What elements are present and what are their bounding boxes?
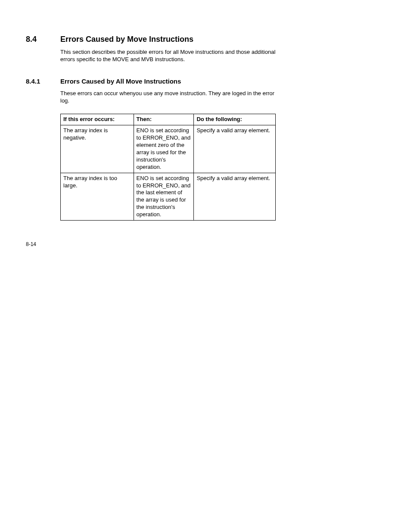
table-cell: The array index is negative. (61, 125, 134, 173)
subsection-number: 8.4.1 (26, 77, 60, 86)
section-heading-row: 8.4 Errors Caused by Move Instructions (26, 34, 385, 44)
table-cell: Specify a valid array element. (194, 125, 276, 173)
page-number: 8-14 (26, 241, 36, 248)
table-cell: Specify a valid array element. (194, 173, 276, 220)
document-page: 8.4 Errors Caused by Move Instructions T… (0, 0, 411, 532)
subsection-heading-row: 8.4.1 Errors Caused by All Move Instruct… (26, 77, 385, 86)
table-header-row: If this error occurs: Then: Do the follo… (61, 114, 276, 125)
table-cell: ENO is set according to ERROR_ENO, and t… (134, 173, 194, 220)
table-header-cell: Then: (134, 114, 194, 125)
table-cell: The array index is too large. (61, 173, 134, 220)
table-header-cell: Do the following: (194, 114, 276, 125)
table-row: The array index is too large. ENO is set… (61, 173, 276, 220)
subsection-title: Errors Caused by All Move Instructions (60, 77, 181, 86)
error-table: If this error occurs: Then: Do the follo… (60, 114, 276, 221)
table-row: The array index is negative. ENO is set … (61, 125, 276, 173)
section-title: Errors Caused by Move Instructions (60, 34, 193, 44)
table-header-cell: If this error occurs: (61, 114, 134, 125)
table-cell: ENO is set according to ERROR_ENO, and e… (134, 125, 194, 173)
section-intro-paragraph: This section describes the possible erro… (60, 49, 278, 63)
section-number: 8.4 (26, 34, 60, 44)
subsection-intro-paragraph: These errors can occur whenyou use any m… (60, 90, 278, 105)
